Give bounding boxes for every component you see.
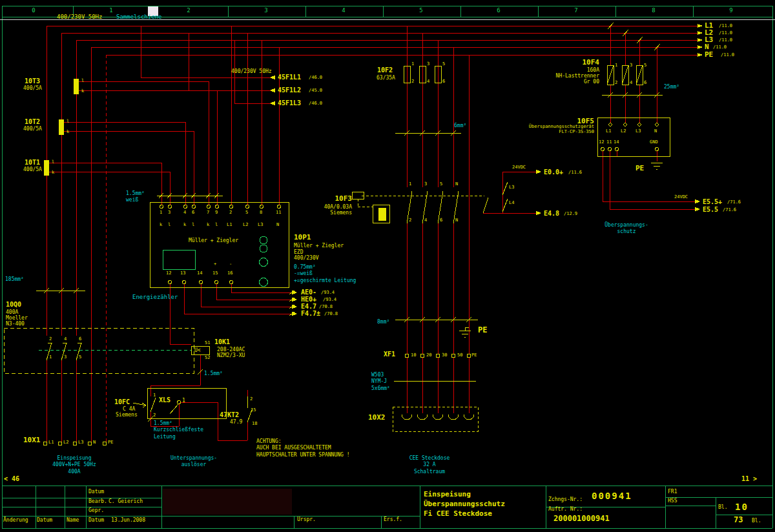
f3-sig1-ref: /11.6 [568,170,582,176]
feeder45-l1-name: 45F1L1 [278,73,301,81]
tb-sheet-label: Bl. [718,504,727,511]
q0-bot-1: 1 [49,354,52,360]
meter-tnum-11: 11 [276,210,281,216]
fc-tag: 10FC [114,398,130,406]
feeder45-l1-ref: /46.0 [309,75,322,81]
meter-ref-ae0-ref: /93.4 [321,290,335,296]
f3-aux-l3: L3 [509,185,514,190]
meter-voltage: 400/230V [294,255,319,261]
f3-bot-2: 2 [409,218,411,223]
meter-tnum-3: 3 [168,210,170,216]
f4-t4: 4 [630,80,632,86]
prev-sheet-link[interactable]: < 46 [4,475,19,483]
xf-tag: XF1 [384,350,395,358]
fc-t1: 1 [153,393,156,398]
meter-tnum-8: 8 [260,210,262,216]
f5-sig-ref: /71.6 [723,207,736,213]
tb-order-number: 200001000941 [553,514,610,524]
tb-drawing-title: Einspeisung Überspannungsschutz Fi CEE S… [424,490,505,519]
meter-ref-f47-ref: /70.8 [324,311,338,317]
tb-zn-label: Zchngs-Nr.: [548,496,583,503]
kt2-tag: 47KT2 [220,411,239,419]
feeder45-l2-name: 45F1L2 [278,86,301,94]
f5-sig-name: E5.5 [703,205,718,214]
feeder45-system-label: 400/230V 50Hz [231,68,272,75]
meter-brand: Müller + Ziegler [189,238,238,244]
meter-ref-f47-name: F4.7± [301,309,320,318]
ct-10t2-k: k [67,129,69,135]
tb-date-value: 13.Jun.2008 [111,517,145,524]
tb-datum-label: Datum [88,489,104,495]
k1-tag: 10K1 [214,338,230,346]
q0-bot-5: 5 [79,354,81,360]
xf-t-pe: PE [471,353,477,358]
feeder-csa-bottom: 8mm² [377,319,389,325]
f3-top-5: 5 [440,181,442,187]
f5-in-n: N [654,128,657,134]
kt2-t-top: 2 [250,396,253,402]
f3-sig2-name: E4.8 [544,209,559,218]
q0-top-4: 4 [64,336,67,342]
cable-note: W503 NYM-J 5x6mm² [371,372,390,392]
x2-caption: CEE Steckdose 32 A Schaltraum [397,455,462,475]
f5-caption: Überspannungs- schutz [594,222,659,236]
f5-24vdc-label: 24VDC [674,194,688,200]
bus-n-ref: /11.0 [713,45,727,50]
meter-tlab-l2: l [192,222,194,228]
tb-rev-datum: Datum [37,517,52,524]
tb-rev-aenderung: Änderung [3,517,28,524]
f2-tag: 10F2 [377,66,393,74]
f5-in-l1: L1 [606,128,611,134]
f2-t1: 1 [411,61,414,67]
ruler-col-9: 9 [718,7,744,15]
x1-t-l3: L3 [78,440,83,445]
x1-t-l2: L2 [63,440,68,445]
tb-urspr-label: Urspr. [297,517,316,523]
tb-rev-name: Name [67,517,79,524]
x1-t-n: N [93,440,96,445]
meter-bnum-14: 14 [197,271,202,276]
meter-tlab-k2: k [183,222,186,228]
meter-tlab-l3: l [215,222,218,228]
f5-pe-label: PE [636,164,644,173]
meter-tnum-7: 7 [207,210,209,216]
bus-pe-ref: /11.0 [721,52,734,58]
q0-model: N3-400 [6,321,25,327]
busbar-label[interactable]: Sammelschiene [116,14,161,21]
meter-tnum-9: 9 [215,210,218,216]
f4-t1: 1 [615,63,617,68]
f4-t6: 6 [644,80,646,86]
next-sheet-link[interactable]: 11 > [741,475,757,483]
meter-tnum-5: 5 [245,210,248,216]
ct-10t2-rating: 400/5A [23,126,42,132]
ct-10t1-rating: 400/5A [23,167,42,173]
meter-tlab-L2: L2 [243,222,248,228]
ruler-col-2: 2 [176,7,202,15]
ruler-col-6: 6 [486,7,512,15]
meter-tag: 10P1 [294,233,311,242]
tb-gepr-label: Gepr. [88,507,104,514]
meter-tlab-N: N [276,222,279,228]
meter-tnum-6: 6 [192,210,194,216]
f2-t2: 2 [411,79,414,85]
meter-bnum-13: 13 [180,271,185,276]
f4-tag: 10F4 [540,58,599,67]
f3-sig1-name: E0.0+ [544,168,563,176]
f2-rating: 63/35A [377,75,395,81]
xf-t-20: 20 [426,353,431,358]
f5-out-14: 14 [614,139,619,145]
ct-10t3-rating: 400/5A [23,85,42,92]
xls-t1: 1 [182,398,185,404]
feeder45-l3-name: 45F1L3 [278,99,301,107]
ruler-col-7: 7 [563,7,589,15]
meter-tlab-l1: l [168,222,170,228]
xf-t-50: 50 [457,353,462,358]
feeder45-l3-ref: /46.0 [309,101,322,107]
q0-bot-3: 3 [64,354,67,360]
ruler-col-0: 0 [21,7,46,15]
xf-pe-label: PE [478,325,487,336]
meter-wire-note: 0.75mm² -=weiß +=geschirmte Leitung [294,264,356,284]
meter-tlab-k3: k [207,222,209,228]
ruler-col-8: 8 [641,7,666,15]
f4-t3: 3 [630,63,632,68]
